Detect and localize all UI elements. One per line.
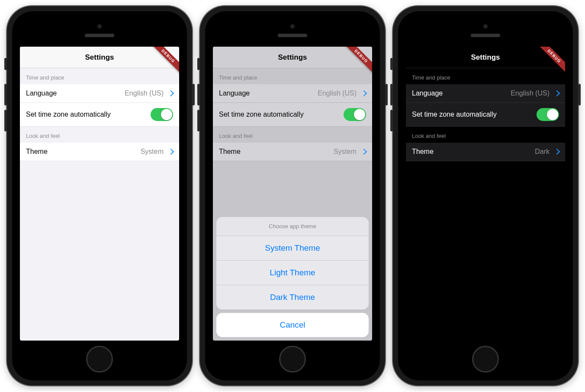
- theme-label: Theme: [26, 148, 137, 156]
- mute-switch: [197, 58, 200, 70]
- section-time-place: Time and place: [20, 68, 179, 84]
- front-camera: [290, 24, 295, 29]
- toggle-knob: [547, 109, 558, 120]
- row-timezone[interactable]: Set time zone automatically: [213, 103, 372, 127]
- power-button: [192, 84, 195, 105]
- row-language[interactable]: Language English (US): [406, 84, 565, 103]
- screen-dark: Settings DEBUG Time and place Language E…: [406, 47, 565, 341]
- mute-switch: [390, 58, 393, 70]
- home-button: [472, 346, 499, 373]
- timezone-toggle[interactable]: [537, 108, 559, 121]
- power-button: [578, 84, 581, 105]
- theme-action-sheet: Choose app theme System Theme Light Them…: [216, 217, 369, 337]
- chevron-right-icon: [361, 149, 367, 155]
- row-language[interactable]: Language English (US): [213, 84, 372, 103]
- row-theme[interactable]: Theme System: [213, 143, 372, 161]
- language-label: Language: [219, 89, 314, 97]
- language-value: English (US): [318, 89, 357, 97]
- phone-frame-sheet: Settings DEBUG Time and place Language E…: [200, 6, 385, 386]
- theme-value: System: [141, 148, 164, 156]
- section-time-place: Time and place: [213, 68, 372, 84]
- navbar: Settings: [20, 47, 179, 68]
- earpiece-speaker: [85, 34, 114, 37]
- earpiece-speaker: [278, 34, 307, 37]
- volume-up-button: [4, 84, 7, 105]
- toggle-knob: [161, 109, 172, 120]
- chevron-right-icon: [168, 90, 174, 96]
- navbar: Settings: [213, 47, 372, 68]
- toggle-knob: [354, 109, 365, 120]
- sheet-options-group: Choose app theme System Theme Light Them…: [216, 217, 369, 309]
- navbar-title: Settings: [278, 53, 307, 62]
- screen-light: Settings DEBUG Time and place Language E…: [20, 47, 179, 341]
- front-camera: [483, 24, 488, 29]
- language-label: Language: [412, 89, 507, 97]
- section-look-feel: Look and feel: [406, 127, 565, 143]
- language-value: English (US): [125, 89, 164, 97]
- sheet-cancel[interactable]: Cancel: [216, 313, 369, 337]
- timezone-label: Set time zone automatically: [219, 111, 340, 118]
- navbar-title: Settings: [85, 53, 114, 62]
- volume-up-button: [390, 84, 393, 105]
- row-timezone[interactable]: Set time zone automatically: [20, 103, 179, 127]
- phone-frame-light: Settings DEBUG Time and place Language E…: [7, 6, 192, 386]
- navbar-title: Settings: [471, 53, 500, 62]
- navbar: Settings: [406, 47, 565, 68]
- home-button: [86, 346, 113, 373]
- section-time-place: Time and place: [406, 68, 565, 84]
- volume-down-button: [4, 110, 7, 131]
- timezone-toggle[interactable]: [151, 108, 173, 121]
- front-camera: [97, 24, 102, 29]
- home-button: [279, 346, 306, 373]
- timezone-label: Set time zone automatically: [412, 111, 533, 118]
- volume-down-button: [390, 110, 393, 131]
- screen-dimmed: Settings DEBUG Time and place Language E…: [213, 47, 372, 341]
- section-look-feel: Look and feel: [213, 127, 372, 143]
- power-button: [385, 84, 388, 105]
- language-value: English (US): [511, 89, 550, 97]
- phone-frame-dark: Settings DEBUG Time and place Language E…: [393, 6, 578, 386]
- row-theme[interactable]: Theme System: [20, 143, 179, 161]
- theme-value: Dark: [535, 148, 550, 156]
- chevron-right-icon: [554, 90, 560, 96]
- chevron-right-icon: [168, 149, 174, 155]
- chevron-right-icon: [554, 149, 560, 155]
- timezone-toggle[interactable]: [344, 108, 366, 121]
- mute-switch: [4, 58, 7, 70]
- row-timezone[interactable]: Set time zone automatically: [406, 103, 565, 127]
- timezone-label: Set time zone automatically: [26, 111, 147, 118]
- sheet-option-light[interactable]: Light Theme: [216, 261, 369, 285]
- theme-value: System: [334, 148, 357, 156]
- language-label: Language: [26, 89, 121, 97]
- sheet-option-dark[interactable]: Dark Theme: [216, 285, 369, 309]
- chevron-right-icon: [361, 90, 367, 96]
- volume-down-button: [197, 110, 200, 131]
- theme-label: Theme: [219, 148, 330, 156]
- row-language[interactable]: Language English (US): [20, 84, 179, 103]
- earpiece-speaker: [471, 34, 500, 37]
- volume-up-button: [197, 84, 200, 105]
- sheet-option-system[interactable]: System Theme: [216, 236, 369, 261]
- theme-label: Theme: [412, 148, 531, 156]
- sheet-title: Choose app theme: [216, 217, 369, 236]
- section-look-feel: Look and feel: [20, 127, 179, 143]
- row-theme[interactable]: Theme Dark: [406, 143, 565, 161]
